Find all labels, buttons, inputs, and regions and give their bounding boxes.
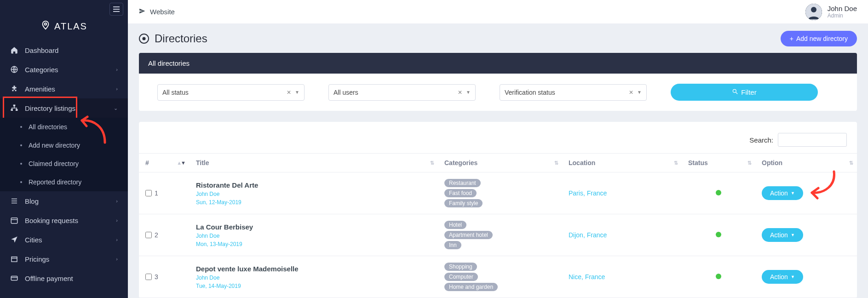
row-location[interactable]: Nice, France — [569, 273, 605, 281]
caret-down-icon: ▼ — [791, 275, 795, 279]
svg-rect-10 — [11, 257, 17, 262]
category-badge[interactable]: Hotel — [444, 221, 466, 229]
filter-button[interactable]: Filter — [671, 84, 818, 101]
svg-point-15 — [811, 7, 816, 12]
row-checkbox[interactable] — [145, 232, 152, 238]
status-select[interactable]: All status ✕▼ — [157, 84, 305, 101]
action-label: Action — [770, 273, 788, 281]
calendar-icon — [10, 216, 18, 224]
map-pin-icon — [40, 20, 51, 32]
sidebar-item-categories[interactable]: Categories › — [0, 60, 128, 79]
sidebar-nav: Dashboard Categories › Amenities › Direc… — [0, 40, 128, 288]
chevron-right-icon: › — [116, 86, 118, 92]
table-row: 1Ristorante Del ArteJohn DoeSun, 12-May-… — [139, 172, 857, 214]
clear-icon[interactable]: ✕ — [458, 89, 462, 96]
row-title[interactable]: Ristorante Del Arte — [196, 181, 431, 189]
list-icon — [10, 197, 18, 205]
svg-rect-2 — [13, 105, 16, 107]
col-index[interactable]: # ▲▼ — [139, 154, 190, 172]
sidebar-sub-all-directories[interactable]: All directories — [0, 118, 128, 136]
row-location[interactable]: Dijon, France — [569, 231, 607, 239]
sidebar-item-cities[interactable]: Cities › — [0, 230, 128, 249]
add-directory-button[interactable]: + Add new directory — [781, 31, 857, 46]
col-status-label: Status — [688, 159, 708, 166]
sidebar-item-amenities[interactable]: Amenities › — [0, 79, 128, 98]
add-directory-label: Add new directory — [796, 35, 848, 42]
row-categories: RestaurantFast foodFamily style — [438, 172, 562, 214]
sort-icon: ⇅ — [747, 160, 751, 166]
website-link[interactable]: Website — [139, 8, 175, 16]
category-badge[interactable]: Family style — [444, 199, 483, 207]
row-title[interactable]: La Cour Berbisey — [196, 223, 431, 231]
bullet-icon — [20, 144, 22, 146]
search-icon — [732, 88, 738, 96]
row-checkbox[interactable] — [145, 274, 152, 280]
sidebar-item-blog[interactable]: Blog › — [0, 191, 128, 211]
paper-plane-icon — [139, 8, 145, 16]
col-title[interactable]: Title ⇅ — [190, 154, 438, 172]
action-button[interactable]: Action▼ — [762, 270, 803, 284]
action-button[interactable]: Action▼ — [762, 228, 803, 242]
row-location[interactable]: Paris, France — [569, 189, 607, 197]
category-badge[interactable]: Restaurant — [444, 179, 481, 187]
table-row: 3Depot vente luxe MademoiselleJohn DoeTu… — [139, 256, 857, 298]
row-number: 3 — [155, 273, 158, 281]
sidebar-item-directory-listings[interactable]: Directory listings ⌄ — [0, 98, 128, 118]
sidebar-sub-label: Add new directory — [29, 142, 80, 149]
sidebar-sub-add-new[interactable]: Add new directory — [0, 136, 128, 155]
clear-icon[interactable]: ✕ — [287, 89, 291, 96]
bullet-icon — [20, 181, 22, 183]
svg-rect-4 — [16, 109, 18, 111]
sidebar-sub-label: Reported directory — [29, 178, 81, 186]
home-icon — [10, 46, 18, 54]
row-author[interactable]: John Doe — [196, 191, 431, 197]
verification-select[interactable]: Verification status ✕▼ — [500, 84, 647, 101]
sidebar-item-dashboard[interactable]: Dashboard — [0, 40, 128, 60]
row-title[interactable]: Depot vente luxe Mademoiselle — [196, 265, 431, 273]
category-badge[interactable]: Computer — [444, 273, 478, 281]
category-badge[interactable]: Inn — [444, 241, 461, 249]
category-badge[interactable]: Home and garden — [444, 283, 498, 291]
action-label: Action — [770, 231, 788, 239]
col-categories[interactable]: Categories ⇅ — [438, 154, 562, 172]
location-arrow-icon — [10, 235, 18, 244]
row-author[interactable]: John Doe — [196, 233, 431, 239]
box-icon — [10, 255, 18, 263]
clear-icon[interactable]: ✕ — [629, 89, 633, 96]
col-option[interactable]: Option ⇅ — [755, 154, 857, 172]
sidebar-item-label: Dashboard — [25, 46, 118, 54]
svg-rect-8 — [11, 218, 17, 224]
plus-icon: + — [790, 35, 793, 42]
caret-down-icon: ▼ — [637, 90, 642, 95]
users-select[interactable]: All users ✕▼ — [328, 84, 476, 101]
col-location[interactable]: Location ⇅ — [562, 154, 682, 172]
sidebar-sub-reported[interactable]: Reported directory — [0, 173, 128, 191]
sidebar-item-booking[interactable]: Booking requests › — [0, 211, 128, 230]
category-badge[interactable]: Shopping — [444, 263, 477, 271]
category-badge[interactable]: Fast food — [444, 189, 477, 197]
user-role: Admin — [828, 12, 857, 19]
col-status[interactable]: Status ⇅ — [682, 154, 755, 172]
action-label: Action — [770, 189, 788, 197]
bullet-icon — [20, 126, 22, 128]
sort-icon: ⇅ — [430, 160, 433, 166]
user-info: John Doe Admin — [828, 5, 857, 19]
brand[interactable]: ATLAS — [0, 18, 128, 40]
sidebar-item-label: Pricings — [25, 255, 109, 263]
search-input[interactable] — [778, 133, 847, 147]
sidebar-sub-claimed[interactable]: Claimed directory — [0, 155, 128, 173]
hamburger-icon — [113, 9, 120, 10]
sidebar-item-pricings[interactable]: Pricings › — [0, 249, 128, 269]
row-author[interactable]: John Doe — [196, 275, 431, 281]
caret-down-icon: ▼ — [791, 191, 795, 195]
brand-name: ATLAS — [54, 21, 87, 32]
sidebar-toggle-button[interactable] — [109, 3, 123, 16]
row-checkbox[interactable] — [145, 190, 152, 196]
sidebar-item-offline-payment[interactable]: Offline payment — [0, 269, 128, 288]
row-index: 1 — [145, 189, 183, 197]
category-badge[interactable]: Apartment hotel — [444, 231, 493, 239]
user-menu[interactable]: John Doe Admin — [805, 4, 857, 20]
action-button[interactable]: Action▼ — [762, 186, 803, 200]
page-title: Directories — [155, 32, 207, 45]
row-date: Mon, 13-May-2019 — [196, 241, 431, 247]
